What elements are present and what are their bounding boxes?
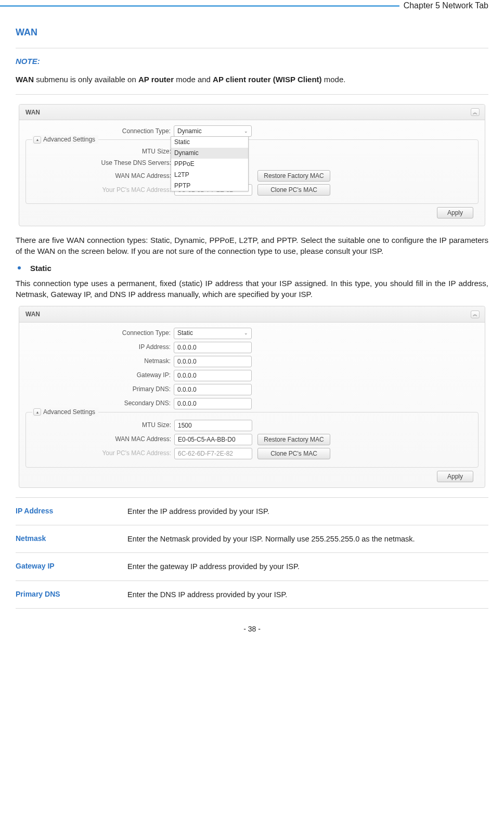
connection-type-select[interactable]: Dynamic ⌄ — [174, 125, 252, 137]
dns-label: Use These DNS Servers: — [26, 159, 174, 167]
note-bold-3: AP client router (WISP Client) — [213, 75, 321, 84]
ip-address-field[interactable] — [174, 342, 252, 353]
def-desc-netmask: Enter the Netmask provided by your ISP. … — [127, 534, 488, 544]
advanced-collapse-icon[interactable]: ▴ — [33, 136, 41, 144]
mtu-label: MTU Size: — [26, 147, 174, 156]
gateway-ip-label: Gateway IP: — [25, 371, 174, 380]
def-term-pdns: Primary DNS — [16, 589, 127, 600]
chevron-down-icon: ⌄ — [244, 330, 248, 337]
clone-mac-button[interactable]: Clone PC's MAC — [257, 184, 330, 196]
static-paragraph: This connection type uses a permanent, f… — [16, 278, 488, 300]
ip-address-label: IP Address: — [25, 343, 174, 352]
chapter-title: Chapter 5 Network Tab — [399, 0, 504, 11]
advanced-settings-fieldset: ▴ Advanced Settings MTU Size: Use These … — [25, 139, 479, 204]
connection-type-select[interactable]: Static ⌄ — [174, 328, 252, 339]
mtu-field[interactable] — [174, 420, 252, 431]
secondary-dns-label: Secondary DNS: — [25, 399, 174, 408]
option-pppoe[interactable]: PPPoE — [171, 159, 248, 170]
option-static[interactable]: Static — [171, 137, 248, 148]
note-label: NOTE: — [16, 56, 488, 67]
connection-type-label: Connection Type: — [25, 127, 174, 136]
option-pptp[interactable]: PPTP — [171, 181, 248, 191]
primary-dns-label: Primary DNS: — [25, 385, 174, 394]
option-l2tp[interactable]: L2TP — [171, 170, 248, 181]
definition-row: Netmask Enter the Netmask provided by yo… — [16, 525, 488, 552]
netmask-label: Netmask: — [25, 357, 174, 366]
chevron-down-icon: ⌄ — [244, 128, 248, 135]
definitions-table: IP Address Enter the IP address provided… — [16, 497, 488, 609]
static-bullet: Static — [18, 263, 488, 274]
header-rule — [0, 5, 399, 7]
wan-mac-label: WAN MAC Address: — [26, 172, 174, 181]
connection-type-value: Dynamic — [177, 127, 202, 136]
wan-mac-label: WAN MAC Address: — [26, 435, 174, 444]
def-desc-gateway: Enter the gateway IP address provided by… — [127, 561, 488, 572]
advanced-settings-label: Advanced Settings — [43, 408, 95, 417]
advanced-settings-label: Advanced Settings — [43, 135, 95, 144]
clone-mac-button[interactable]: Clone PC's MAC — [257, 448, 330, 459]
primary-dns-field[interactable] — [174, 384, 252, 395]
mtu-label: MTU Size: — [26, 421, 174, 430]
def-desc-pdns: Enter the DNS IP address provided by you… — [127, 589, 488, 600]
page-number: - 38 - — [16, 624, 488, 635]
wan-mac-field[interactable] — [174, 434, 252, 445]
def-desc-ip: Enter the IP address provided by your IS… — [127, 506, 488, 517]
collapse-icon[interactable]: ︽ — [471, 108, 480, 116]
advanced-settings-legend: ▴ Advanced Settings — [32, 408, 98, 417]
connection-type-options: Static Dynamic PPPoE L2TP PPTP — [171, 136, 249, 191]
note-bold-1: WAN — [16, 75, 34, 84]
apply-button[interactable]: Apply — [437, 471, 473, 482]
panel-header: WAN ︽ — [19, 306, 485, 323]
section-title: WAN — [16, 26, 488, 39]
panel-header: WAN ︽ — [19, 105, 485, 121]
intro-paragraph: There are five WAN connection types: Sta… — [16, 235, 488, 256]
note-block: NOTE: WAN submenu is only available on A… — [16, 48, 488, 95]
pc-mac-label: Your PC's MAC Address: — [26, 449, 174, 458]
netmask-field[interactable] — [174, 356, 252, 367]
connection-type-label: Connection Type: — [25, 329, 174, 338]
def-term-ip: IP Address — [16, 506, 127, 517]
note-bold-2: AP router — [138, 75, 174, 84]
static-heading: Static — [30, 263, 51, 274]
pc-mac-field — [174, 448, 252, 459]
panel-title: WAN — [25, 310, 40, 319]
definition-row: Gateway IP Enter the gateway IP address … — [16, 552, 488, 580]
panel-title: WAN — [25, 108, 40, 117]
connection-type-value: Static — [177, 329, 193, 338]
chapter-header: Chapter 5 Network Tab — [0, 0, 504, 11]
pc-mac-label: Your PC's MAC Address: — [26, 186, 174, 195]
wan-panel-static: WAN ︽ Connection Type: Static ⌄ IP Addre… — [19, 306, 485, 488]
def-term-netmask: Netmask — [16, 534, 127, 544]
def-term-gateway: Gateway IP — [16, 561, 127, 572]
apply-button[interactable]: Apply — [437, 207, 473, 218]
definition-row: IP Address Enter the IP address provided… — [16, 497, 488, 525]
definition-row: Primary DNS Enter the DNS IP address pro… — [16, 581, 488, 609]
restore-mac-button[interactable]: Restore Factory MAC — [257, 170, 330, 182]
option-dynamic[interactable]: Dynamic — [171, 148, 248, 159]
wan-panel-dynamic: WAN ︽ Connection Type: Dynamic ⌄ Static … — [19, 104, 485, 226]
advanced-collapse-icon[interactable]: ▴ — [33, 408, 41, 416]
secondary-dns-field[interactable] — [174, 398, 252, 409]
advanced-settings-fieldset: ▴ Advanced Settings MTU Size: WAN MAC Ad… — [25, 412, 479, 468]
gateway-ip-field[interactable] — [174, 370, 252, 381]
collapse-icon[interactable]: ︽ — [471, 311, 480, 318]
advanced-settings-legend: ▴ Advanced Settings — [32, 135, 98, 144]
restore-mac-button[interactable]: Restore Factory MAC — [257, 434, 330, 445]
bullet-icon — [18, 266, 21, 269]
note-text: WAN submenu is only available on AP rout… — [16, 74, 488, 85]
